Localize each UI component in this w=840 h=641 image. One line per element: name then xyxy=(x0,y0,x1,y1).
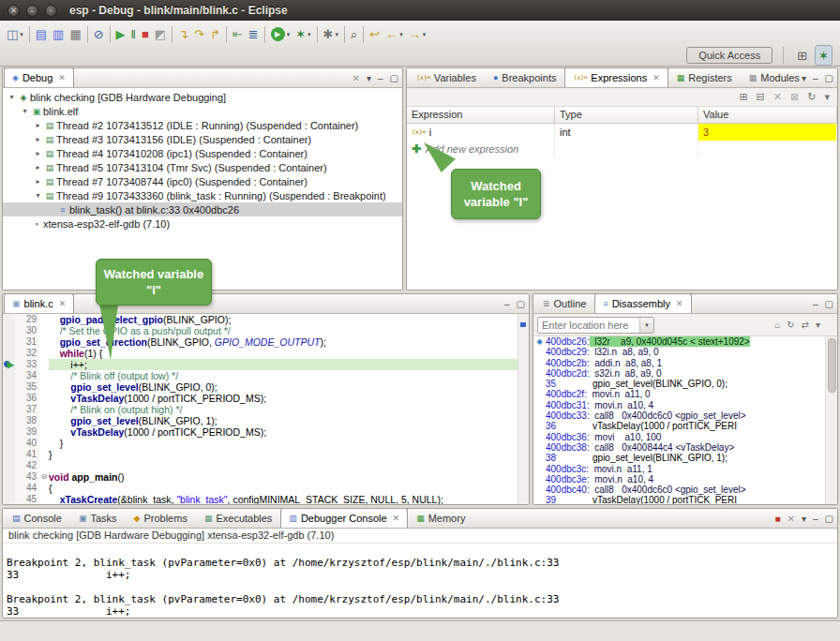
terminate-button[interactable]: ■ xyxy=(139,24,152,45)
tab-registers[interactable]: ▦Registers xyxy=(668,67,741,87)
tab-problems[interactable]: ◆Problems xyxy=(126,508,196,528)
code-line[interactable]: 35 gpio_set_level(BLINK_GPIO, 0); xyxy=(3,381,529,393)
collapse-all-icon[interactable]: ⊟ xyxy=(757,92,765,102)
disassembly-row[interactable]: 35 gpio_set_level(BLINK_GPIO, 0); xyxy=(533,379,837,389)
save-button[interactable]: ▤ xyxy=(33,24,50,45)
annotation-ruler-cell[interactable] xyxy=(3,438,15,449)
twisty-icon[interactable]: ▸ xyxy=(33,121,43,129)
annotation-ruler-cell[interactable] xyxy=(3,336,15,348)
refresh-icon[interactable]: ↻ xyxy=(807,92,816,102)
save-all-button[interactable]: ▥ xyxy=(50,24,67,45)
new-wizard-button[interactable]: ◫▾ xyxy=(4,24,26,45)
print-button[interactable]: ▦ xyxy=(67,24,83,45)
line-number[interactable]: 35 xyxy=(15,381,39,393)
disassembly-row[interactable]: 400dbc29: l32i.n a8, a9, 0 xyxy=(533,347,837,357)
annotation-ruler-cell[interactable] xyxy=(3,483,15,494)
annotation-ruler-cell[interactable] xyxy=(3,370,15,381)
line-number[interactable]: 29 xyxy=(15,314,39,325)
disassembly-row[interactable]: 400dbc3c: movi.n a11, 1 xyxy=(533,464,837,474)
maximize-icon[interactable]: ▢ xyxy=(825,74,833,83)
code-line[interactable]: 38 gpio_set_level(BLINK_GPIO, 1); xyxy=(3,415,529,426)
disassembly-row[interactable]: 38 gpio_set_level(BLINK_GPIO, 1); xyxy=(533,453,837,463)
disassembly-listing[interactable]: ◆400dbc26: l32r a9, 0x400d045c < stext+1… xyxy=(533,336,837,505)
disassembly-row[interactable]: 400dbc3e: movi.n a10, 4 xyxy=(533,474,837,484)
resume-button[interactable]: ▶ xyxy=(113,24,128,45)
quick-access-button[interactable]: Quick Access xyxy=(686,47,772,64)
debug-tree-item[interactable]: ▾▣blink.elf xyxy=(3,104,402,118)
annotation-ruler-cell[interactable] xyxy=(3,381,15,393)
twisty-icon[interactable]: ▾ xyxy=(20,107,30,115)
line-number[interactable]: 36 xyxy=(15,393,39,404)
debug-tree-item[interactable]: ▸▤Thread #3 1073413156 (IDLE) (Suspended… xyxy=(3,132,402,146)
tab-close-icon[interactable]: ✕ xyxy=(59,299,67,308)
code-line[interactable]: 39 vTaskDelay(1000 / portTICK_PERIOD_MS)… xyxy=(3,426,529,438)
step-over-button[interactable]: ↷ xyxy=(191,24,207,45)
tab-blink-c[interactable]: ▣blink.c✕ xyxy=(4,293,74,313)
tab-outline[interactable]: ≣Outline xyxy=(534,293,594,313)
annotation-ruler-cell[interactable] xyxy=(3,393,15,404)
disassembly-row[interactable]: 400dbc2d: s32i.n a8, a9, 0 xyxy=(533,368,837,379)
code-line[interactable]: 30 /* Set the GPIO as a push/pull output… xyxy=(3,325,529,336)
disassembly-row[interactable]: ◆400dbc26: l32r a9, 0x400d045c < stext+1… xyxy=(533,336,837,347)
code-line[interactable]: 29 gpio_pad_select_gpio(BLINK_GPIO); xyxy=(3,314,529,325)
line-number[interactable]: 42 xyxy=(15,460,39,471)
tab-expressions[interactable]: (x)=Expressions✕ xyxy=(564,67,668,87)
debug-tree-item[interactable]: ▸▤Thread #5 1073413104 (Tmr Svc) (Suspen… xyxy=(3,160,402,174)
column-value[interactable]: Value xyxy=(698,107,837,123)
tab-debug[interactable]: ◈Debug✕ xyxy=(4,67,74,87)
tab-close-icon[interactable]: ✕ xyxy=(393,514,400,523)
view-menu-icon[interactable]: ▾ xyxy=(802,74,806,83)
tab-memory[interactable]: ▦Memory xyxy=(408,508,473,528)
tab-console[interactable]: ▤Console xyxy=(4,508,70,528)
annotation-ruler-cell[interactable] xyxy=(3,415,15,426)
disassembly-row[interactable]: 400dbc2f: movi.n a11, 0 xyxy=(533,389,837,399)
tab-modules[interactable]: ▦Modules xyxy=(741,67,808,87)
disassembly-row[interactable]: 36 vTaskDelay(1000 / portTICK_PERI xyxy=(533,421,837,431)
view-menu-icon[interactable]: ▾ xyxy=(802,514,806,524)
perspective-debug-button[interactable]: ✶ xyxy=(815,45,832,66)
code-line[interactable]: 36 vTaskDelay(1000 / portTICK_PERIOD_MS)… xyxy=(3,393,529,404)
minimize-icon[interactable]: – xyxy=(813,74,818,83)
line-number[interactable]: 45 xyxy=(15,494,39,505)
disassembly-row[interactable]: 400dbc40: call8 0x400dc6c0 <gpio_set_lev… xyxy=(533,484,837,495)
menu-icon[interactable]: ▾ xyxy=(816,320,820,330)
twisty-icon[interactable]: ▸ xyxy=(33,135,43,143)
code-editor[interactable]: 29 gpio_pad_select_gpio(BLINK_GPIO);30 /… xyxy=(3,314,529,505)
annotation-ruler-cell[interactable]: ▶ xyxy=(3,359,15,370)
line-number[interactable]: 31 xyxy=(15,336,39,348)
tab-variables[interactable]: (x)=Variables xyxy=(408,67,485,87)
maximize-icon[interactable]: ▢ xyxy=(517,300,525,309)
disassembly-scrollbar[interactable] xyxy=(825,336,837,505)
annotation-ruler-cell[interactable] xyxy=(3,404,15,415)
code-line[interactable]: 32 while(1) { xyxy=(3,348,529,359)
overview-ruler[interactable] xyxy=(518,314,529,505)
step-into-button[interactable]: ↴ xyxy=(175,24,191,45)
twisty-icon[interactable]: ▸ xyxy=(33,149,43,157)
annotation-ruler-cell[interactable] xyxy=(3,460,15,471)
last-edit-location-button[interactable]: ↩ xyxy=(367,24,382,45)
line-number[interactable]: 44 xyxy=(15,483,39,494)
run-button[interactable]: ▶▾ xyxy=(268,24,293,45)
tab-close-icon[interactable]: ✕ xyxy=(676,299,683,308)
debug-tree-item[interactable]: ▾▤Thread #9 1073433360 (blink_task : Run… xyxy=(3,188,402,202)
disassembly-row[interactable]: 400dbc33: call8 0x400dc6c0 <gpio_set_lev… xyxy=(533,410,837,421)
line-number[interactable]: 30 xyxy=(15,325,39,336)
tab-tasks[interactable]: ▣Tasks xyxy=(70,508,126,528)
remove-all-terminated-icon[interactable]: ✕ xyxy=(352,74,360,83)
add-expression-row[interactable]: ✚ Add new expression xyxy=(407,141,837,157)
forward-button[interactable]: →▾ xyxy=(406,24,429,45)
maximize-icon[interactable]: ▢ xyxy=(390,74,398,83)
twisty-icon[interactable]: ▾ xyxy=(33,191,43,200)
twisty-icon[interactable]: ▸ xyxy=(33,163,43,171)
line-number[interactable]: 32 xyxy=(15,348,39,359)
expression-row[interactable]: (x)=iint3 xyxy=(407,124,837,141)
debug-tree-item[interactable]: ≡blink_task() at blink.c:33 0x400dbc26 xyxy=(3,202,402,216)
code-line[interactable]: 34 /* Blink off (output low) */ xyxy=(3,370,529,381)
sync-icon[interactable]: ⇄ xyxy=(802,320,809,330)
maximize-icon[interactable]: ▢ xyxy=(825,300,833,309)
instruction-stepping-button[interactable]: ≣ xyxy=(246,24,262,45)
disassembly-row[interactable]: 400dbc38: call8 0x400844c4 <vTaskDelay> xyxy=(533,442,837,453)
annotation-ruler-cell[interactable] xyxy=(3,314,15,325)
line-number[interactable]: 33 xyxy=(15,359,39,370)
line-number[interactable]: 43 xyxy=(15,471,39,483)
